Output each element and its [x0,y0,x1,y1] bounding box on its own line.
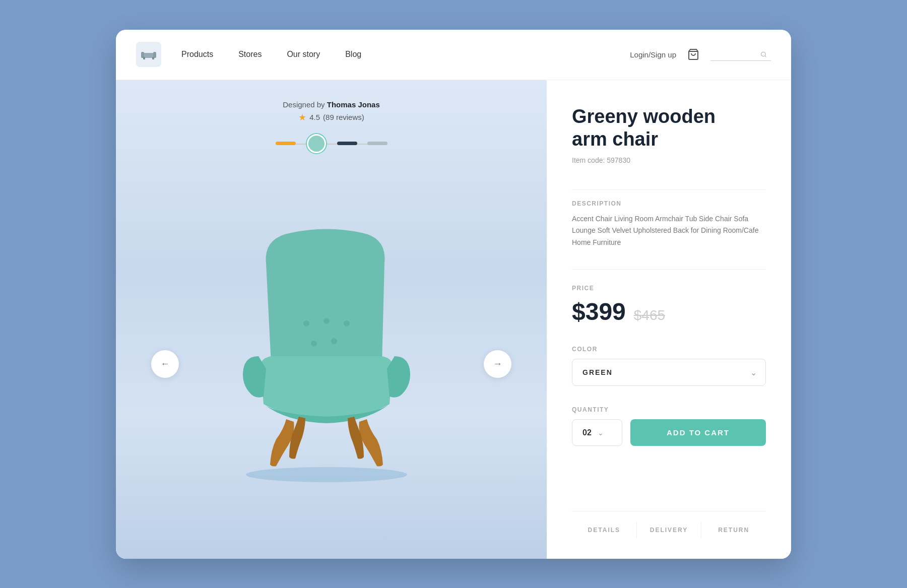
description-text: Accent Chair Living Room Armchair Tub Si… [572,213,766,249]
nav-stores[interactable]: Stores [238,50,262,59]
logo-area [136,42,161,67]
bottom-tabs: DETAILS DELIVERY RETURN [572,511,766,539]
svg-point-12 [331,338,337,344]
rating: ★ 4.5 (89 reviews) [283,112,380,123]
svg-point-10 [344,320,350,326]
color-dropdown-wrapper: GREEN TEAL DARK GRAY ⌄ [572,359,766,386]
sofa-icon [141,47,156,62]
tab-return[interactable]: RETURN [701,521,766,539]
product-title-line1: Greeny wooden [572,106,716,127]
quantity-value: 02 [582,428,592,437]
tab-details[interactable]: DETAILS [572,521,637,539]
quantity-section: QUANTITY 02 ⌄ ADD TO CART [572,406,766,446]
designer-info: Designed by Thomas Jonas ★ 4.5 (89 revie… [283,100,380,123]
svg-point-13 [246,467,407,482]
divider-1 [572,189,766,190]
quantity-chevron-icon: ⌄ [598,429,604,437]
chair-container: ← [136,169,527,559]
svg-point-8 [303,320,309,326]
product-title: Greeny wooden arm chair [572,105,766,151]
nav-right: Login/Sign up [630,47,771,61]
price-label: PRICE [572,285,766,292]
original-price: $465 [634,307,665,323]
description-label: DESCRIPTION [572,200,766,207]
quantity-label: QUANTITY [572,406,766,413]
logo-icon[interactable] [136,42,161,67]
product-image-section: Designed by Thomas Jonas ★ 4.5 (89 revie… [116,80,547,559]
left-arrow-icon: ← [161,359,170,369]
product-details-section: Greeny wooden arm chair Item code: 59783… [547,80,791,559]
search-bar[interactable] [710,48,771,61]
item-code: Item code: 597830 [572,156,766,164]
designed-by-prefix: Designed by [283,100,327,109]
tab-delivery[interactable]: DELIVERY [637,521,702,539]
right-arrow-icon: → [493,359,502,369]
review-count: (89 reviews) [323,113,364,121]
nav-links: Products Stores Our story Blog [181,50,630,59]
quantity-selector[interactable]: 02 ⌄ [572,419,622,446]
designed-by-text: Designed by Thomas Jonas [283,100,380,109]
chair-image [226,223,437,505]
prev-image-button[interactable]: ← [151,350,179,378]
color-section: COLOR GREEN TEAL DARK GRAY ⌄ [572,346,766,386]
chair-svg [226,223,427,500]
browser-window: Products Stores Our story Blog Login/Sig… [116,30,791,559]
nav-our-story[interactable]: Our story [287,50,320,59]
price-row: $399 $465 [572,298,766,325]
divider-2 [572,269,766,270]
nav-products[interactable]: Products [181,50,213,59]
nav-blog[interactable]: Blog [345,50,361,59]
main-content: Designed by Thomas Jonas ★ 4.5 (89 revie… [116,80,791,559]
next-image-button[interactable]: → [484,350,511,378]
rating-value: 4.5 [309,113,320,121]
color-label: COLOR [572,346,766,353]
svg-point-6 [761,52,766,56]
color-swatches-row [281,133,382,154]
svg-point-11 [311,341,317,347]
add-to-cart-button[interactable]: ADD TO CART [630,419,766,446]
color-select[interactable]: GREEN TEAL DARK GRAY [572,359,766,386]
svg-point-9 [323,318,330,324]
quantity-add-row: 02 ⌄ ADD TO CART [572,419,766,446]
star-icon: ★ [298,112,306,123]
svg-line-7 [765,55,766,56]
search-input[interactable] [715,50,756,58]
price-section: PRICE $399 $465 [572,285,766,325]
swatch-dark[interactable] [337,142,357,145]
product-title-line2: arm chair [572,128,658,150]
current-price: $399 [572,298,626,325]
designer-name: Thomas Jonas [327,100,380,109]
login-link[interactable]: Login/Sign up [630,50,676,59]
swatch-teal-selected[interactable] [306,133,327,154]
swatch-yellow[interactable] [276,142,296,145]
cart-icon[interactable] [686,47,700,61]
svg-rect-3 [143,57,145,59]
search-icon [760,50,767,58]
navbar: Products Stores Our story Blog Login/Sig… [116,30,791,80]
svg-rect-4 [152,57,154,59]
swatch-gray[interactable] [367,142,387,145]
